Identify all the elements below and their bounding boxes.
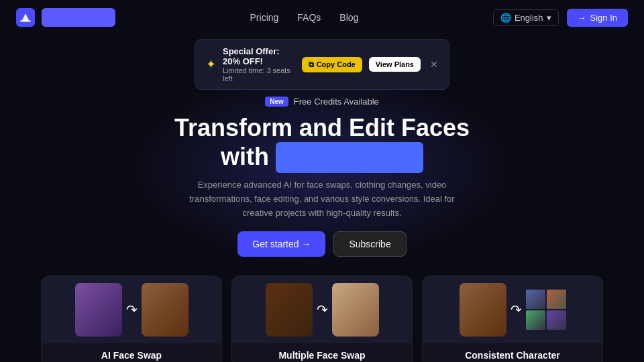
get-started-button[interactable]: Get started → <box>237 231 325 257</box>
signin-button[interactable]: → Sign In <box>567 9 628 27</box>
hero-highlight <box>276 142 423 173</box>
face-before <box>75 283 122 337</box>
hero-title: Transform and Edit Faces with <box>13 113 631 173</box>
face-after <box>332 283 379 337</box>
banner-text-block: Special Offer: 20% OFF! Limited time: 3 … <box>223 46 295 82</box>
arrow-icon: ↷ <box>126 302 138 318</box>
new-badge: New <box>265 97 288 107</box>
card-image-area: ↷ <box>42 276 221 343</box>
hero-title-line1: Transform and Edit Faces <box>13 113 631 142</box>
lang-label: English <box>515 13 543 23</box>
cards-row-1: ↷ AI Face Swap ↷ Multiple Face Swap <box>27 276 617 362</box>
face-before <box>266 283 313 337</box>
hero-buttons: Get started → Subscribe <box>13 231 631 257</box>
nav-faqs[interactable]: FAQs <box>297 12 321 23</box>
close-icon[interactable]: ✕ <box>430 59 438 70</box>
copy-label: Copy Code <box>317 60 356 68</box>
nav-center: Pricing FAQs Blog <box>250 12 359 23</box>
face-before <box>460 283 506 337</box>
card-image-area: ↷ <box>423 276 602 343</box>
badge-row: New Free Credits Available <box>13 97 631 107</box>
promo-banner: ✦ Special Offer: 20% OFF! Limited time: … <box>195 39 449 90</box>
cards-section: ↷ AI Face Swap ↷ Multiple Face Swap <box>0 276 644 362</box>
star-icon: ✦ <box>206 57 216 72</box>
card-consistent-character[interactable]: ↷ Consistent Character <box>422 276 603 362</box>
card-image-area: ↷ <box>232 276 412 343</box>
card-ai-face-swap[interactable]: ↷ AI Face Swap <box>41 276 222 362</box>
subscribe-button[interactable]: Subscribe <box>333 231 406 257</box>
nav-pricing[interactable]: Pricing <box>250 12 279 23</box>
nav-right: 🌐 English ▾ → Sign In <box>493 9 628 27</box>
grid-cell <box>547 310 566 330</box>
hero-title-line2: with <box>13 142 631 173</box>
arrow-icon: ↷ <box>511 302 522 318</box>
language-selector[interactable]: 🌐 English ▾ <box>493 9 559 26</box>
signin-label: Sign In <box>590 13 617 23</box>
card-label: AI Face Swap <box>42 343 221 362</box>
face-grid <box>526 290 566 330</box>
card-label: Consistent Character <box>423 343 602 362</box>
copy-icon: ⧉ <box>309 60 314 69</box>
banner-offer-title: Special Offer: 20% OFF! <box>223 46 295 66</box>
free-credits-text: Free Credits Available <box>294 97 379 107</box>
banner-offer-subtitle: Limited time: 3 seats left <box>223 66 295 82</box>
view-plans-button[interactable]: View Plans <box>369 57 421 72</box>
copy-code-button[interactable]: ⧉ Copy Code <box>302 57 362 72</box>
card-multiple-face-swap[interactable]: ↷ Multiple Face Swap <box>231 276 413 362</box>
arrow-icon: ↷ <box>317 302 328 318</box>
svg-rect-2 <box>20 20 31 22</box>
face-pair: ↷ <box>260 283 384 337</box>
navbar: Pricing FAQs Blog 🌐 English ▾ → Sign In <box>0 0 644 35</box>
card-label: Multiple Face Swap <box>232 343 412 362</box>
nav-blog[interactable]: Blog <box>339 12 358 23</box>
hero-section: New Free Credits Available Transform and… <box>0 90 644 276</box>
logo-icon <box>16 8 35 27</box>
nav-left <box>16 8 115 27</box>
grid-cell <box>526 290 545 309</box>
grid-cell <box>547 290 566 309</box>
signin-icon: → <box>578 13 586 23</box>
chevron-down-icon: ▾ <box>547 13 551 23</box>
hero-subtitle: Experience advanced AI for face swaps, c… <box>181 178 463 220</box>
grid-cell <box>526 310 545 330</box>
logo-text <box>42 8 115 27</box>
face-pair: ↷ <box>454 283 572 337</box>
face-after <box>142 283 189 337</box>
globe-icon: 🌐 <box>500 13 511 23</box>
face-pair: ↷ <box>70 283 194 337</box>
